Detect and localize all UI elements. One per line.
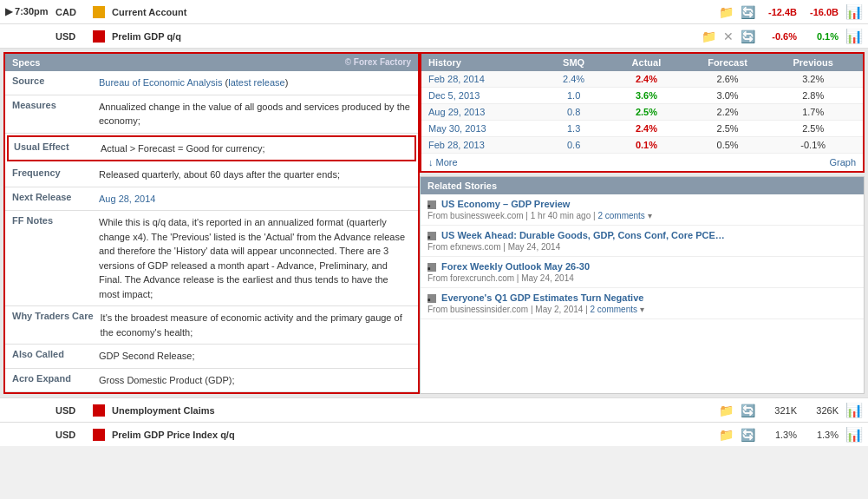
specs-row-frequency: Frequency Released quarterly, about 60 d… <box>5 163 418 187</box>
specs-row-measures: Measures Annualized change in the value … <box>5 95 418 134</box>
refresh-icon-2[interactable]: 🔄 <box>741 30 755 43</box>
hist-actual-1: 3.6% <box>608 90 685 101</box>
hist-forecast-2: 2.2% <box>685 107 771 117</box>
story-meta-0: From businessweek.com | 1 hr 40 min ago … <box>427 211 857 220</box>
chart-icon-b2[interactable]: 📊 <box>845 426 863 443</box>
event-name-1[interactable]: Current Account <box>112 7 712 17</box>
refresh-icon-b2[interactable]: 🔄 <box>741 428 755 442</box>
folder-icon-2[interactable]: 📁 <box>702 30 716 43</box>
hist-forecast-3: 2.5% <box>685 123 771 134</box>
related-stories-header: Related Stories <box>421 177 864 194</box>
history-col-header-date: History <box>428 57 539 68</box>
story-item-1: ▪ US Week Ahead: Durable Goods, GDP, Con… <box>421 226 864 257</box>
event-name-b1[interactable]: Unemployment Claims <box>112 405 712 416</box>
hist-smq-3: 1.3 <box>539 123 608 134</box>
specs-panel: Specs © Forex Factory Source Bureau of E… <box>3 52 420 394</box>
event-name-b2[interactable]: Prelim GDP Price Index q/q <box>112 430 712 440</box>
hist-date-link-2[interactable]: Aug 29, 2013 <box>428 107 485 117</box>
time-label-1: ▶ 7:30pm <box>5 6 49 17</box>
history-col-header-previous: Previous <box>770 57 856 68</box>
actual-val-1: -12.4B <box>762 7 797 17</box>
story-comments-3[interactable]: 2 comments <box>591 305 637 314</box>
hist-smq-2: 0.8 <box>539 107 608 117</box>
story-time-2: May 24, 2014 <box>521 273 574 283</box>
chart-icon-1[interactable]: 📊 <box>845 3 863 20</box>
hist-date-4: Feb 28, 2013 <box>428 140 539 150</box>
history-row-3: May 30, 2013 1.3 2.4% 2.5% 2.5% <box>421 121 863 137</box>
chart-icon-b1[interactable]: 📊 <box>845 402 863 418</box>
latest-release-link[interactable]: latest release <box>228 77 284 88</box>
hist-previous-1: 2.8% <box>770 90 856 101</box>
folder-icon-1[interactable]: 📁 <box>719 5 734 19</box>
story-title-1[interactable]: US Week Ahead: Durable Goods, GDP, Cons … <box>441 230 725 240</box>
hist-date-3: May 30, 2013 <box>428 123 539 134</box>
previous-val-b1: 326K <box>804 405 839 416</box>
history-row-1: Dec 5, 2013 1.0 3.6% 3.0% 2.8% <box>421 88 863 104</box>
specs-label-acro-expand: Acro Expand <box>12 373 99 388</box>
specs-row-why-traders-care: Why Traders Care It's the broadest measu… <box>5 306 418 345</box>
hist-smq-link-3[interactable]: 1.3 <box>567 123 580 134</box>
story-title-2[interactable]: Forex Weekly Outlook May 26-30 <box>441 261 590 272</box>
folder-icon-b2[interactable]: 📁 <box>719 428 734 442</box>
story-doc-icon-2: ▪ <box>427 263 436 272</box>
impact-icon-1 <box>93 6 105 18</box>
specs-value-next-release: Aug 28, 2014 <box>99 192 411 207</box>
cross-icon-2[interactable]: ✕ <box>723 30 734 43</box>
specs-value-acro-expand: Gross Domestic Product (GDP); <box>99 373 411 388</box>
previous-val-2: 0.1% <box>804 31 839 42</box>
story-source-0: From businessweek.com <box>427 211 524 220</box>
story-item-2: ▪ Forex Weekly Outlook May 26-30 From fo… <box>421 257 864 288</box>
chart-icon-2[interactable]: 📊 <box>845 28 863 44</box>
story-doc-icon-0: ▪ <box>427 200 436 209</box>
hist-date-0: Feb 28, 2014 <box>428 74 539 84</box>
specs-row-next-release: Next Release Aug 28, 2014 <box>5 187 418 212</box>
hist-date-link-3[interactable]: May 30, 2013 <box>428 123 486 134</box>
story-time-0: 1 hr 40 min ago <box>531 211 591 220</box>
hist-smq-4: 0.6 <box>539 140 608 150</box>
hist-date-link-4[interactable]: Feb 28, 2013 <box>428 140 485 150</box>
previous-val-1: -16.0B <box>804 7 839 17</box>
hist-smq-0: 2.4% <box>539 74 608 84</box>
hist-date-link-0[interactable]: Feb 28, 2014 <box>428 74 485 84</box>
story-meta-1: From efxnews.com | May 24, 2014 <box>427 242 857 252</box>
hist-date-link-1[interactable]: Dec 5, 2013 <box>428 90 480 101</box>
hist-forecast-0: 2.6% <box>685 74 771 84</box>
currency-1: CAD <box>55 7 86 17</box>
source-link[interactable]: Bureau of Economic Analysis <box>99 77 222 88</box>
refresh-icon-1[interactable]: 🔄 <box>741 5 755 19</box>
currency-b2: USD <box>55 430 86 440</box>
story-title-3[interactable]: Everyone's Q1 GDP Estimates Turn Negativ… <box>441 292 643 303</box>
main-content: Specs © Forex Factory Source Bureau of E… <box>0 49 868 397</box>
usual-effect-inner: Usual Effect Actual > Forecast = Good fo… <box>9 137 414 161</box>
hist-date-1: Dec 5, 2013 <box>428 90 539 101</box>
impact-icon-b2 <box>93 429 105 441</box>
story-source-2: From forexcrunch.com <box>427 273 514 283</box>
actual-val-b1: 321K <box>762 405 797 416</box>
specs-value-ff-notes: While this is q/q data, it's reported in… <box>99 215 411 301</box>
hist-smq-1: 1.0 <box>539 90 608 101</box>
more-link[interactable]: ↓ More <box>428 157 458 167</box>
specs-header: Specs © Forex Factory <box>5 54 418 71</box>
hist-actual-4: 0.1% <box>608 140 685 150</box>
impact-icon-2 <box>93 30 105 43</box>
hist-smq-link-2[interactable]: 0.8 <box>567 107 580 117</box>
impact-icon-b1 <box>93 404 105 417</box>
story-title-0[interactable]: US Economy – GDP Preview <box>441 199 570 209</box>
next-release-link[interactable]: Aug 28, 2014 <box>99 194 155 204</box>
event-name-2[interactable]: Prelim GDP q/q <box>112 31 695 42</box>
hist-smq-link-4[interactable]: 0.6 <box>567 140 580 150</box>
specs-value-measures: Annualized change in the value of all go… <box>99 100 411 128</box>
hist-forecast-4: 0.5% <box>685 140 771 150</box>
currency-2: USD <box>55 31 86 42</box>
refresh-icon-b1[interactable]: 🔄 <box>741 404 755 417</box>
folder-icon-b1[interactable]: 📁 <box>719 404 734 417</box>
story-comments-0[interactable]: 2 comments <box>597 211 644 220</box>
specs-value-source: Bureau of Economic Analysis (latest rele… <box>99 76 411 90</box>
hist-smq-link-1[interactable]: 1.0 <box>567 90 580 101</box>
specs-label-usual-effect: Usual Effect <box>14 141 101 156</box>
specs-copyright: © Forex Factory <box>345 57 411 68</box>
history-row-0: Feb 28, 2014 2.4% 2.4% 2.6% 3.2% <box>421 71 863 88</box>
story-source-3: From businessinsider.com <box>427 305 528 314</box>
graph-link[interactable]: Graph <box>829 157 856 167</box>
hist-smq-link-0[interactable]: 2.4% <box>563 74 584 84</box>
